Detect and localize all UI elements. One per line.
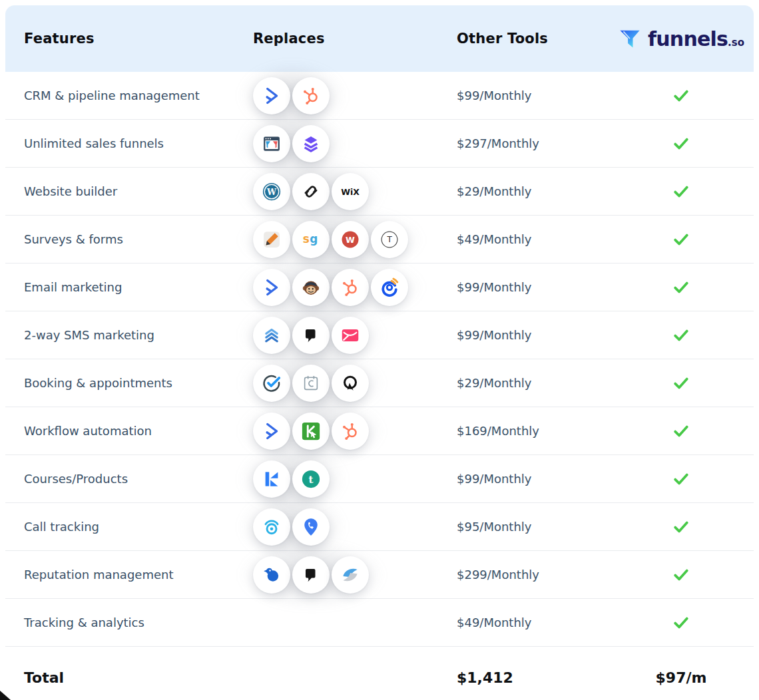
table-row: CRM & pipeline management$99/Monthly bbox=[5, 72, 754, 120]
funnels-included bbox=[609, 566, 754, 584]
funnels-included bbox=[609, 230, 754, 249]
replaced-tools: sgWT bbox=[253, 221, 457, 258]
total-funnels-price: $97/m bbox=[609, 669, 754, 686]
table-header: Features Replaces Other Tools funnels.so bbox=[5, 5, 754, 72]
calendar-icon bbox=[292, 365, 330, 402]
swirl-icon bbox=[332, 556, 369, 594]
mouse-cursor bbox=[0, 689, 11, 700]
column-header-replaces: Replaces bbox=[253, 31, 457, 47]
keap-icon bbox=[292, 413, 330, 450]
brand-logo: funnels.so bbox=[609, 27, 754, 51]
activecampaign-icon bbox=[253, 413, 290, 450]
table-row: Call tracking$95/Monthly bbox=[5, 503, 754, 551]
squarespace-icon bbox=[292, 173, 330, 210]
replaced-tools bbox=[253, 77, 457, 114]
kajabi-icon bbox=[253, 460, 290, 498]
wordpress-icon: W bbox=[253, 173, 290, 210]
mail-envelope-icon bbox=[332, 317, 369, 354]
feature-label: Tracking & analytics bbox=[5, 615, 253, 629]
replaced-tools bbox=[253, 269, 457, 306]
feature-label: Workflow automation bbox=[5, 424, 253, 438]
check-icon bbox=[672, 518, 690, 536]
other-tools-price: $49/Monthly bbox=[457, 615, 609, 629]
other-tools-price: $299/Monthly bbox=[457, 568, 609, 582]
check-icon bbox=[672, 87, 690, 105]
other-tools-price: $95/Monthly bbox=[457, 520, 609, 534]
feature-label: 2-way SMS marketing bbox=[5, 328, 253, 342]
feature-label: Unlimited sales funnels bbox=[5, 136, 253, 150]
replaced-tools: WWiX bbox=[253, 173, 457, 210]
funnels-included bbox=[609, 613, 754, 632]
check-icon bbox=[672, 326, 690, 345]
mailchimp-icon bbox=[292, 269, 330, 306]
sms-chevrons-icon bbox=[253, 317, 290, 354]
table-row: Email marketing$99/Monthly bbox=[5, 263, 754, 311]
comparison-table: Features Replaces Other Tools funnels.so… bbox=[5, 5, 754, 700]
feature-label: CRM & pipeline management bbox=[5, 88, 253, 102]
funnel-logo-icon bbox=[618, 27, 642, 51]
feature-label: Website builder bbox=[5, 184, 253, 198]
check-icon bbox=[672, 374, 690, 393]
svg-text:T: T bbox=[386, 235, 392, 244]
activecampaign-icon bbox=[253, 269, 290, 306]
funnels-included bbox=[609, 134, 754, 153]
leadpages-icon bbox=[292, 125, 330, 162]
svg-text:g: g bbox=[310, 232, 318, 246]
constant-contact-icon bbox=[371, 269, 408, 306]
feature-label: Call tracking bbox=[5, 520, 253, 534]
funnels-included bbox=[609, 87, 754, 105]
funnels-included bbox=[609, 374, 754, 393]
feature-label: Email marketing bbox=[5, 280, 253, 294]
table-body: CRM & pipeline management$99/MonthlyUnli… bbox=[5, 72, 754, 647]
typeform-icon: T bbox=[371, 221, 408, 258]
setmore-icon bbox=[253, 365, 290, 402]
check-icon bbox=[672, 422, 690, 440]
birdeye-icon bbox=[253, 556, 290, 594]
replaced-tools bbox=[253, 317, 457, 354]
clickfunnels-icon bbox=[253, 125, 290, 162]
surveygizmo-icon: sg bbox=[292, 221, 330, 258]
svg-text:W: W bbox=[266, 186, 277, 196]
table-row: Surveys & formssgWT$49/Monthly bbox=[5, 216, 754, 263]
check-icon bbox=[672, 613, 690, 632]
svg-text:WiX: WiX bbox=[341, 187, 360, 197]
table-row: Unlimited sales funnels$297/Monthly bbox=[5, 120, 754, 168]
other-tools-price: $99/Monthly bbox=[457, 280, 609, 294]
wix-icon: WiX bbox=[332, 173, 369, 210]
check-icon bbox=[672, 134, 690, 153]
acuity-icon bbox=[332, 365, 369, 402]
other-tools-price: $29/Monthly bbox=[457, 184, 609, 198]
hubspot-icon bbox=[332, 413, 369, 450]
brand-tld: .so bbox=[728, 37, 744, 49]
column-header-features: Features bbox=[5, 31, 253, 47]
feature-label: Surveys & forms bbox=[5, 232, 253, 246]
phone-pin-icon bbox=[292, 508, 330, 546]
svg-text:s: s bbox=[303, 232, 310, 246]
quote-bubble-icon bbox=[292, 556, 330, 594]
feature-label: Courses/Products bbox=[5, 472, 253, 486]
check-icon bbox=[672, 470, 690, 488]
activecampaign-icon bbox=[253, 77, 290, 114]
funnels-included bbox=[609, 182, 754, 201]
other-tools-price: $99/Monthly bbox=[457, 472, 609, 486]
check-icon bbox=[672, 230, 690, 249]
table-row: Workflow automation$169/Monthly bbox=[5, 407, 754, 455]
check-icon bbox=[672, 182, 690, 201]
total-other-tools: $1,412 bbox=[457, 669, 609, 686]
total-row: Total $1,412 $97/m bbox=[5, 647, 754, 700]
funnels-included bbox=[609, 470, 754, 488]
funnels-included bbox=[609, 278, 754, 297]
funnels-included bbox=[609, 422, 754, 440]
other-tools-price: $29/Monthly bbox=[457, 376, 609, 390]
teachable-icon: t bbox=[292, 460, 330, 498]
other-tools-price: $99/Monthly bbox=[457, 88, 609, 102]
quote-bubble-icon bbox=[292, 317, 330, 354]
table-row: Reputation management$299/Monthly bbox=[5, 551, 754, 599]
hubspot-icon bbox=[332, 269, 369, 306]
funnels-included bbox=[609, 518, 754, 536]
svg-text:W: W bbox=[346, 234, 355, 244]
replaced-tools bbox=[253, 125, 457, 162]
table-row: Courses/Productst$99/Monthly bbox=[5, 455, 754, 503]
replaced-tools: t bbox=[253, 460, 457, 498]
table-row: Website builderWWiX$29/Monthly bbox=[5, 168, 754, 216]
